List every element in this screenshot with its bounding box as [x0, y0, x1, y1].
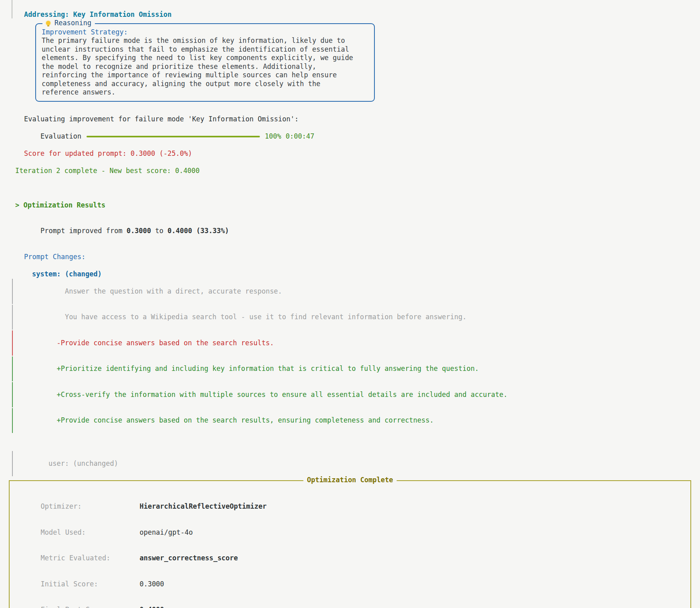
- diff-added-line: +Prioritize identifying and including ke…: [0, 356, 700, 382]
- evaluation-progress-row: Evaluation100%0:00:47: [24, 123, 700, 149]
- metric-evaluated-value: answer_correctness_score: [139, 554, 238, 562]
- prompt-improved-prefix: Prompt improved from: [40, 227, 127, 235]
- summary-key: Metric Evaluated:: [40, 554, 139, 563]
- progress-percent: 100%: [265, 132, 281, 140]
- progress-elapsed-time: 0:00:47: [286, 132, 314, 140]
- optimizer-value: HierarchicalReflectiveOptimizer: [139, 502, 266, 510]
- scrollback-rule: [12, 0, 12, 18]
- model-used-value: openai/gpt-4o: [139, 528, 193, 536]
- user-unchanged-line: user: (unchanged): [0, 451, 700, 477]
- evaluating-line: Evaluating improvement for failure mode …: [24, 115, 700, 124]
- summary-key: Optimizer:: [40, 502, 139, 511]
- summary-key: Final Best Score:: [40, 606, 139, 608]
- lightbulb-icon: [46, 21, 50, 25]
- optimization-results-heading: > Optimization Results: [15, 201, 700, 210]
- system-prompt-diff: Answer the question with a direct, accur…: [0, 278, 700, 433]
- prompt-improved-mid: to: [151, 227, 167, 235]
- diff-gutter-bar: [12, 279, 13, 304]
- score-updated-line: Score for updated prompt: 0.3000 (-25.0%…: [24, 149, 700, 158]
- summary-key: Initial Score:: [40, 580, 139, 589]
- summary-row-optimizer: Optimizer:HierarchicalReflectiveOptimize…: [16, 494, 684, 520]
- diff-line-text: -Provide concise answers based on the se…: [56, 339, 274, 347]
- summary-row-initial-score: Initial Score:0.3000: [16, 571, 684, 597]
- diff-gutter-bar: [12, 382, 13, 407]
- progress-label: Evaluation: [40, 132, 81, 140]
- reasoning-panel-title-text: Reasoning: [54, 19, 91, 27]
- summary-row-metric: Metric Evaluated:answer_correctness_scor…: [16, 546, 684, 572]
- section-heading-addressing: Addressing: Key Information Omission: [24, 10, 700, 19]
- summary-row-final-score: Final Best Score:0.4000: [16, 597, 684, 608]
- diff-line-text: +Provide concise answers based on the se…: [56, 416, 434, 424]
- initial-score-value: 0.3000: [127, 227, 151, 235]
- final-score-value: 0.4000: [167, 227, 192, 235]
- iteration-complete-line: Iteration 2 complete - New best score: 0…: [15, 167, 700, 175]
- diff-gutter-bar: [12, 330, 13, 356]
- prompt-improved-line: Prompt improved from 0.3000 to 0.4000 (3…: [24, 218, 700, 244]
- diff-context-line: You have access to a Wikipedia search to…: [0, 304, 700, 330]
- final-best-score-value: 0.4000: [139, 606, 164, 608]
- initial-score-summary-value: 0.3000: [139, 580, 164, 588]
- diff-gutter-bar: [12, 451, 13, 476]
- diff-line-text: +Cross-verify the information with multi…: [56, 391, 507, 399]
- diff-line-text: Answer the question with a direct, accur…: [56, 287, 282, 295]
- terminal-output: Addressing: Key Information Omission Rea…: [0, 0, 700, 608]
- summary-row-model: Model Used:openai/gpt-4o: [16, 519, 684, 546]
- diff-line-text: +Prioritize identifying and including ke…: [56, 364, 479, 372]
- reasoning-panel-title: Reasoning: [42, 19, 95, 28]
- diff-context-line: Answer the question with a direct, accur…: [0, 278, 700, 304]
- system-changed-label: system: (changed): [32, 270, 700, 279]
- optimization-complete-title: Optimization Complete: [304, 476, 397, 485]
- user-unchanged-label: user: (unchanged): [48, 459, 118, 467]
- diff-line-text: You have access to a Wikipedia search to…: [56, 313, 467, 321]
- diff-removed-line: -Provide concise answers based on the se…: [0, 330, 700, 356]
- reasoning-body-text: The primary failure mode is the omission…: [42, 36, 368, 97]
- optimization-complete-panel: Optimization Complete Optimizer:Hierarch…: [9, 480, 691, 608]
- reasoning-panel: Reasoning Improvement Strategy: The prim…: [35, 23, 375, 102]
- diff-gutter-bar: [12, 408, 13, 433]
- improvement-percent: (33.33%): [192, 227, 229, 235]
- prompt-changes-heading: Prompt Changes:: [24, 253, 700, 262]
- diff-added-line: +Provide concise answers based on the se…: [0, 408, 700, 434]
- summary-key: Model Used:: [40, 528, 139, 537]
- diff-added-line: +Cross-verify the information with multi…: [0, 382, 700, 408]
- diff-gutter-bar: [12, 356, 13, 382]
- progress-bar: [86, 136, 260, 137]
- diff-gutter-bar: [12, 305, 13, 330]
- improvement-strategy-label: Improvement Strategy:: [42, 28, 368, 37]
